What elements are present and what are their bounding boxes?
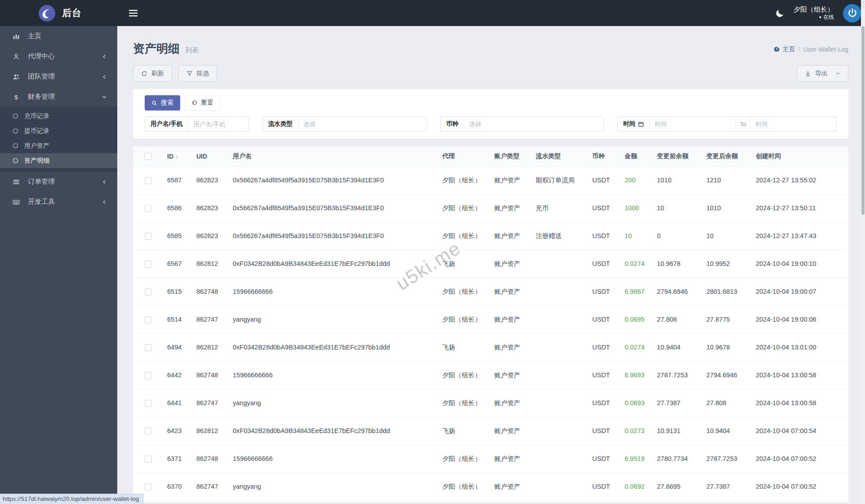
cell-flow-type [536, 278, 592, 305]
cell-uid: 862823 [196, 166, 233, 194]
cell-id: 6370 [167, 473, 196, 500]
row-checkbox[interactable] [145, 205, 152, 212]
sidebar-item-asset-details[interactable]: 资产明细 [0, 153, 117, 168]
cell-after: 27.8775 [706, 305, 756, 333]
cell-id: 6441 [167, 389, 196, 417]
currency-field-group: 币种 [440, 116, 604, 132]
table-row: 65868628230x566267a4df8549f5a3915E075B3b… [133, 194, 848, 222]
cell-amount: 6.9867 [625, 278, 657, 305]
refresh-icon [141, 71, 147, 77]
topbar-right: 夕阳（组长） ● 在线 [775, 4, 865, 22]
row-checkbox[interactable] [145, 400, 152, 407]
column-header-flow-type[interactable]: 流水类型 [536, 146, 592, 166]
cell-after: 27.7387 [706, 473, 756, 500]
column-header-amount[interactable]: 金额 [625, 146, 657, 166]
cell-id: 6442 [167, 361, 196, 389]
username-input[interactable] [188, 117, 248, 131]
cell-account-type: 账户资产 [494, 361, 536, 389]
sidebar-item-label: 充币记录 [24, 112, 49, 120]
column-header-agent[interactable]: 代理 [442, 146, 494, 166]
column-header-after-balance[interactable]: 变更后余额 [706, 146, 756, 166]
refresh-button[interactable]: 刷新 [133, 65, 172, 82]
cell-currency: USDT [592, 305, 625, 333]
filter-button[interactable]: 筛选 [178, 65, 217, 82]
cell-uid: 862747 [196, 305, 233, 333]
flow-type-select[interactable] [298, 117, 426, 131]
reset-label: 重置 [201, 99, 213, 107]
row-checkbox[interactable] [145, 483, 152, 491]
column-header-before-balance[interactable]: 变更前余额 [657, 146, 706, 166]
sidebar-item-finance-management[interactable]: $财务管理 [0, 87, 117, 107]
column-header-created-at[interactable]: 创建时间 [756, 146, 848, 166]
person-icon [12, 53, 20, 60]
cell-agent: 夕阳（组长） [442, 473, 494, 500]
sidebar-item-withdraw-records[interactable]: 提币记录 [0, 124, 117, 138]
cell-id: 6514 [167, 305, 196, 333]
link-preview-statusbar: https://517dl.haiwaiym20.top/admin/user-… [0, 494, 143, 504]
user-menu[interactable]: 夕阳（组长） ● 在线 [794, 5, 834, 21]
cell-before: 2787.7253 [657, 361, 706, 389]
menu-toggle-icon[interactable] [129, 10, 138, 17]
filter-fields: 用户名/手机 流水类型 币种 时间 To [145, 116, 837, 132]
sidebar-item-user-assets[interactable]: 用户资产 [0, 138, 117, 153]
sidebar-item-team-management[interactable]: 团队管理 [0, 66, 117, 87]
column-header-account-type[interactable]: 账户类型 [494, 146, 536, 166]
sidebar-item-order-management[interactable]: 订单管理 [0, 172, 117, 192]
row-checkbox[interactable] [145, 372, 152, 379]
export-button[interactable]: 导出 [797, 65, 848, 82]
sidebar-item-agent-center[interactable]: 代理中心 [0, 46, 117, 66]
cell-amount: 1000 [625, 194, 657, 222]
row-checkbox[interactable] [145, 316, 152, 323]
table-body: 65878628230x566267a4df8549f5a3915E075B3b… [133, 166, 848, 500]
cell-username: yangyang [233, 389, 442, 417]
time-start-input[interactable] [650, 117, 736, 131]
cell-created-at: 2024-10-04 19:00:06 [756, 305, 848, 333]
time-end-input[interactable] [750, 117, 836, 131]
cell-created-at: 2024-10-04 13:00:58 [756, 361, 848, 389]
column-header-id[interactable]: ID↑ [167, 146, 196, 166]
cell-created-at: 2024-12-27 13:47:43 [756, 222, 848, 250]
username-field-group: 用户名/手机 [145, 116, 249, 132]
cell-agent: 夕阳（组长） [442, 222, 494, 250]
cell-account-type: 账户资产 [494, 194, 536, 222]
bar-chart-icon [12, 33, 20, 40]
column-header-username[interactable]: 用户名 [233, 146, 442, 166]
cell-account-type: 账户资产 [494, 445, 536, 473]
column-header-uid[interactable]: UID [196, 146, 233, 166]
sidebar-item-deposit-records[interactable]: 充币记录 [0, 109, 117, 124]
row-checkbox[interactable] [145, 455, 152, 463]
dark-mode-toggle-icon[interactable] [775, 9, 785, 18]
topbar: 后台 夕阳（组长） ● 在线 [0, 0, 865, 26]
row-checkbox[interactable] [145, 233, 152, 240]
row-checkbox[interactable] [145, 288, 152, 296]
cell-username: 0xF0342B28d0bA9B34843EeEd31E7bEFc297bb1d… [233, 417, 442, 445]
cell-uid: 862812 [196, 333, 233, 361]
sidebar-item-dev-tools[interactable]: 开发工具 [0, 192, 117, 212]
scrollbar-thumb[interactable] [861, 26, 865, 215]
cell-before: 27.6695 [657, 473, 706, 500]
row-checkbox[interactable] [145, 344, 152, 351]
column-header-currency[interactable]: 币种 [592, 146, 625, 166]
cell-id: 6586 [167, 194, 196, 222]
reset-button[interactable]: 重置 [185, 95, 220, 111]
cell-before: 2780.7734 [657, 445, 706, 473]
cell-currency: USDT [592, 194, 625, 222]
row-checkbox[interactable] [145, 177, 152, 184]
select-all-checkbox[interactable] [145, 153, 152, 160]
cell-account-type: 账户资产 [494, 417, 536, 445]
sidebar-item-label: 提币记录 [24, 127, 49, 135]
cell-flow-type [536, 305, 592, 333]
cell-agent: 夕阳（组长） [442, 389, 494, 417]
row-checkbox[interactable] [145, 428, 152, 435]
cell-username: yangyang [233, 473, 442, 500]
search-button[interactable]: 搜索 [145, 95, 180, 111]
cell-uid: 862747 [196, 473, 233, 500]
avatar[interactable] [843, 4, 861, 22]
cell-agent: 夕阳（组长） [442, 194, 494, 222]
currency-select[interactable] [464, 117, 603, 131]
sidebar-item-home[interactable]: 主页 [0, 26, 117, 46]
cell-agent: 飞扬 [442, 417, 494, 445]
breadcrumb-home-link[interactable]: 主页 [773, 45, 795, 53]
cell-id: 6371 [167, 445, 196, 473]
row-checkbox[interactable] [145, 261, 152, 268]
